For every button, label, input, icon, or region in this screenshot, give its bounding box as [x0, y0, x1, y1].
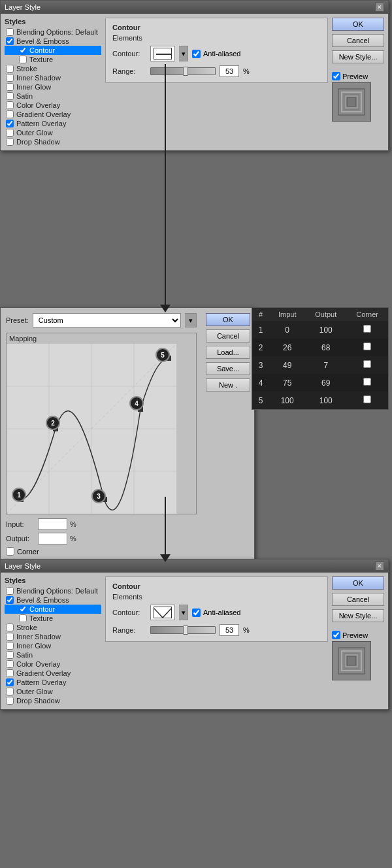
ok-button-top[interactable]: OK [332, 18, 384, 31]
sidebar-item-blending-options[interactable]: Blending Options: Default [5, 27, 101, 37]
sidebar-item-blending-options-b[interactable]: Blending Options: Default [5, 586, 101, 595]
sidebar-item-inner-shadow-b[interactable]: Inner Shadow [5, 632, 101, 641]
cell-input-5: 100 [269, 392, 305, 409]
checkbox-gradient-overlay-b[interactable] [6, 669, 14, 677]
preset-select[interactable]: Custom [33, 313, 181, 327]
bottom-close-button[interactable]: ✕ [375, 561, 384, 571]
checkbox-contour-b[interactable] [19, 605, 27, 613]
checkbox-blending-options-b[interactable] [6, 587, 14, 595]
sidebar-item-gradient-overlay-b[interactable]: Gradient Overlay [5, 669, 101, 678]
ok-button-curve[interactable]: OK [206, 313, 250, 326]
cancel-button-curve[interactable]: Cancel [206, 329, 250, 342]
sidebar-item-stroke[interactable]: Stroke [5, 64, 101, 73]
checkbox-drop-shadow[interactable] [6, 138, 14, 146]
sidebar-item-contour[interactable]: Contour [5, 46, 101, 55]
cancel-button-top[interactable]: Cancel [332, 34, 384, 47]
sidebar-item-inner-glow[interactable]: Inner Glow [5, 82, 101, 92]
sidebar-item-outer-glow[interactable]: Outer Glow [5, 128, 101, 137]
load-button-curve[interactable]: Load... [206, 346, 250, 359]
checkbox-pattern-overlay-b[interactable] [6, 678, 14, 686]
cell-corner-td-5 [346, 392, 388, 409]
checkbox-gradient-overlay[interactable] [6, 110, 14, 118]
cell-corner-td-3 [346, 356, 388, 374]
contour-dropdown-bottom[interactable]: ▾ [179, 605, 188, 620]
preview-checkbox-top[interactable] [332, 72, 340, 80]
range-value-top[interactable]: 53 [220, 65, 239, 77]
anti-alias-checkbox-bottom[interactable] [192, 609, 201, 617]
range-thumb-bottom[interactable] [183, 626, 188, 635]
ok-button-bottom[interactable]: OK [332, 576, 384, 590]
sidebar-item-stroke-b[interactable]: Stroke [5, 623, 101, 632]
new-button-curve[interactable]: New . [206, 378, 250, 392]
sidebar-item-gradient-overlay[interactable]: Gradient Overlay [5, 110, 101, 119]
sidebar-item-drop-shadow[interactable]: Drop Shadow [5, 137, 101, 146]
cell-corner-1[interactable] [363, 325, 371, 333]
sidebar-item-pattern-overlay-b[interactable]: Pattern Overlay [5, 678, 101, 687]
contour-content-bottom: Contour Elements Contour: ▾ [105, 576, 328, 705]
checkbox-bevel-emboss-b[interactable] [6, 596, 14, 604]
checkbox-inner-glow-b[interactable] [6, 642, 14, 650]
corner-checkbox[interactable] [6, 547, 14, 556]
sidebar-item-bevel-emboss-b[interactable]: Bevel & Emboss [5, 595, 101, 605]
sidebar-item-inner-glow-b[interactable]: Inner Glow [5, 641, 101, 650]
cell-corner-5[interactable] [363, 395, 371, 403]
cell-corner-3[interactable] [363, 360, 371, 368]
label-color-overlay-b: Color Overlay [16, 660, 60, 668]
preset-dropdown-arrow[interactable]: ▾ [185, 313, 197, 327]
contour-dropdown-top[interactable]: ▾ [179, 46, 188, 61]
table-row: 10100 [252, 321, 388, 339]
sidebar-item-texture-b[interactable]: Texture [5, 614, 101, 623]
checkbox-blending-options[interactable] [6, 28, 14, 36]
cancel-button-bottom[interactable]: Cancel [332, 593, 384, 606]
checkbox-drop-shadow-b[interactable] [6, 697, 14, 705]
checkbox-color-overlay[interactable] [6, 101, 14, 109]
checkbox-texture[interactable] [19, 56, 27, 63]
checkbox-stroke[interactable] [6, 65, 14, 73]
sidebar-item-outer-glow-b[interactable]: Outer Glow [5, 687, 101, 696]
checkbox-texture-b[interactable] [19, 614, 27, 622]
sidebar-item-satin-b[interactable]: Satin [5, 650, 101, 659]
contour-preview-top[interactable] [150, 46, 175, 61]
sidebar-item-pattern-overlay[interactable]: Pattern Overlay [5, 119, 101, 128]
output-value[interactable] [38, 533, 67, 544]
checkbox-outer-glow-b[interactable] [6, 688, 14, 695]
sidebar-item-color-overlay-b[interactable]: Color Overlay [5, 659, 101, 669]
checkbox-pattern-overlay[interactable] [6, 120, 14, 127]
sidebar-item-contour-b[interactable]: Contour [5, 605, 101, 614]
range-value-bottom[interactable]: 53 [220, 624, 239, 636]
top-layer-style-panel: Layer Style ✕ Styles Blending Options: D… [0, 0, 389, 151]
checkbox-outer-glow[interactable] [6, 129, 14, 137]
new-style-button-top[interactable]: New Style... [332, 50, 384, 63]
preview-checkbox-bottom[interactable] [332, 631, 340, 639]
sidebar-item-inner-shadow[interactable]: Inner Shadow [5, 73, 101, 82]
input-value[interactable] [38, 518, 67, 530]
contour-title-bottom: Contour [112, 582, 321, 590]
anti-alias-label-top: Anti-aliased [203, 50, 240, 58]
range-slider-bottom[interactable] [150, 626, 216, 634]
checkbox-bevel-emboss[interactable] [6, 37, 14, 45]
mapping-canvas[interactable]: 1 2 3 4 5 [7, 344, 176, 514]
save-button-curve[interactable]: Save... [206, 362, 250, 375]
checkbox-inner-shadow[interactable] [6, 74, 14, 82]
sidebar-item-bevel-emboss[interactable]: Bevel & Emboss [5, 37, 101, 46]
sidebar-item-color-overlay[interactable]: Color Overlay [5, 101, 101, 110]
checkbox-stroke-b[interactable] [6, 624, 14, 631]
anti-alias-checkbox-top[interactable] [192, 50, 201, 58]
new-style-button-bottom[interactable]: New Style... [332, 609, 384, 622]
sidebar-item-satin[interactable]: Satin [5, 92, 101, 101]
range-thumb-top[interactable] [183, 67, 188, 76]
checkbox-satin-b[interactable] [6, 651, 14, 659]
close-button[interactable]: ✕ [375, 3, 384, 12]
checkbox-inner-shadow-b[interactable] [6, 633, 14, 641]
curve-editor-panel: Preset: Custom ▾ Mapping [0, 307, 255, 561]
contour-preview-bottom[interactable] [150, 605, 175, 620]
sidebar-item-drop-shadow-b[interactable]: Drop Shadow [5, 696, 101, 705]
cell-corner-4[interactable] [363, 378, 371, 386]
checkbox-color-overlay-b[interactable] [6, 660, 14, 668]
preview-box-bottom [332, 641, 371, 680]
checkbox-inner-glow[interactable] [6, 83, 14, 91]
sidebar-item-texture[interactable]: Texture [5, 55, 101, 64]
cell-corner-2[interactable] [363, 342, 371, 350]
checkbox-satin[interactable] [6, 92, 14, 100]
checkbox-contour[interactable] [19, 46, 27, 54]
